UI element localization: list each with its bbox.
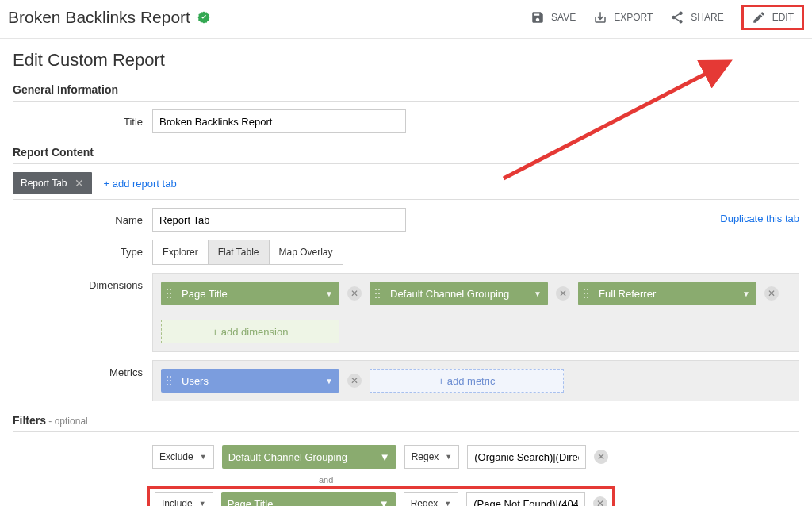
name-label: Name bbox=[13, 208, 152, 226]
svg-point-8 bbox=[378, 289, 380, 290]
add-dimension-button[interactable]: + add dimension bbox=[161, 320, 339, 343]
dimensions-panel: Page Title ▼ ✕ Default Channel Grouping … bbox=[152, 273, 799, 352]
filter-field-select[interactable]: Default Channel Grouping▼ bbox=[222, 445, 396, 469]
chevron-down-icon: ▼ bbox=[444, 500, 451, 506]
export-label: EXPORT bbox=[614, 12, 653, 23]
section-general-info: General Information bbox=[13, 83, 799, 96]
dimensions-label: Dimensions bbox=[13, 273, 152, 291]
edit-label: EDIT bbox=[772, 12, 794, 23]
svg-point-6 bbox=[170, 297, 171, 298]
chevron-down-icon: ▼ bbox=[325, 377, 333, 385]
svg-point-10 bbox=[378, 293, 380, 294]
svg-point-1 bbox=[167, 289, 168, 290]
svg-point-16 bbox=[587, 293, 588, 294]
section-filters: Filters - optional bbox=[13, 414, 799, 427]
svg-point-18 bbox=[587, 297, 588, 298]
dimension-chip-page-title[interactable]: Page Title ▼ bbox=[161, 282, 339, 305]
save-label: SAVE bbox=[551, 12, 576, 23]
svg-point-13 bbox=[584, 289, 585, 290]
svg-point-21 bbox=[167, 380, 168, 381]
filter-row: Exclude▼ Default Channel Grouping▼ Regex… bbox=[152, 440, 799, 473]
filter-match-select[interactable]: Regex▼ bbox=[404, 445, 460, 469]
remove-dimension-button[interactable]: ✕ bbox=[764, 286, 779, 301]
close-icon[interactable]: ✕ bbox=[75, 177, 84, 190]
filter-row-highlight: Include▼ Page Title▼ Regex▼ ✕ bbox=[147, 486, 615, 506]
section-report-content: Report Content bbox=[13, 146, 799, 159]
duplicate-tab-link[interactable]: Duplicate this tab bbox=[720, 213, 799, 224]
type-option-group: Explorer Flat Table Map Overlay bbox=[152, 240, 343, 265]
chevron-down-icon: ▼ bbox=[445, 453, 452, 461]
chevron-down-icon: ▼ bbox=[200, 453, 207, 461]
add-report-tab[interactable]: + add report tab bbox=[103, 178, 176, 190]
metrics-label: Metrics bbox=[13, 360, 152, 378]
svg-point-17 bbox=[584, 297, 585, 298]
chevron-down-icon: ▼ bbox=[380, 451, 390, 463]
filter-value-input[interactable] bbox=[466, 492, 585, 506]
filter-mode-select[interactable]: Include▼ bbox=[155, 492, 213, 506]
metric-chip-users[interactable]: Users ▼ bbox=[161, 369, 339, 393]
filter-field-select[interactable]: Page Title▼ bbox=[221, 492, 396, 506]
add-metric-button[interactable]: + add metric bbox=[370, 369, 564, 393]
type-option-flat-table[interactable]: Flat Table bbox=[209, 240, 270, 264]
svg-point-11 bbox=[375, 297, 377, 298]
remove-dimension-button[interactable]: ✕ bbox=[556, 286, 570, 301]
tab-name-input[interactable] bbox=[152, 208, 406, 232]
type-label: Type bbox=[13, 240, 152, 258]
svg-point-4 bbox=[170, 293, 171, 294]
svg-point-20 bbox=[170, 376, 171, 378]
grip-icon bbox=[374, 288, 381, 299]
report-tab-label: Report Tab bbox=[21, 178, 67, 189]
svg-point-15 bbox=[584, 293, 585, 294]
remove-filter-button[interactable]: ✕ bbox=[594, 450, 608, 464]
report-title: Broken Backlinks Report bbox=[8, 8, 190, 27]
chevron-down-icon: ▼ bbox=[199, 500, 206, 506]
verified-icon bbox=[197, 10, 211, 25]
report-tab-pill[interactable]: Report Tab ✕ bbox=[13, 172, 92, 194]
svg-point-19 bbox=[167, 376, 168, 378]
save-button[interactable]: SAVE bbox=[530, 10, 576, 25]
edit-button[interactable]: EDIT bbox=[752, 10, 794, 25]
filter-mode-select[interactable]: Exclude▼ bbox=[152, 445, 214, 469]
chevron-down-icon: ▼ bbox=[742, 289, 750, 298]
remove-dimension-button[interactable]: ✕ bbox=[347, 286, 362, 301]
share-label: SHARE bbox=[691, 12, 723, 23]
edit-button-highlight: EDIT bbox=[741, 5, 804, 30]
share-button[interactable]: SHARE bbox=[670, 10, 723, 25]
svg-point-5 bbox=[167, 297, 168, 298]
remove-metric-button[interactable]: ✕ bbox=[347, 374, 362, 388]
svg-point-14 bbox=[587, 289, 588, 290]
title-label: Title bbox=[13, 109, 152, 128]
grip-icon bbox=[583, 288, 589, 299]
remove-filter-button[interactable]: ✕ bbox=[593, 496, 607, 506]
type-option-map-overlay[interactable]: Map Overlay bbox=[270, 240, 343, 264]
export-button[interactable]: EXPORT bbox=[593, 10, 653, 25]
chevron-down-icon: ▼ bbox=[325, 289, 333, 298]
svg-point-23 bbox=[167, 384, 168, 385]
metrics-panel: Users ▼ ✕ + add metric bbox=[152, 360, 799, 401]
svg-point-7 bbox=[375, 289, 377, 290]
filter-match-select[interactable]: Regex▼ bbox=[404, 492, 459, 506]
filter-and-label: and bbox=[319, 473, 799, 486]
svg-point-12 bbox=[378, 297, 380, 298]
page-title: Edit Custom Report bbox=[13, 50, 799, 71]
optional-label: - optional bbox=[46, 416, 88, 427]
filter-value-input[interactable] bbox=[467, 445, 586, 469]
svg-point-9 bbox=[375, 293, 377, 294]
dimension-chip-full-referrer[interactable]: Full Referrer ▼ bbox=[578, 282, 756, 305]
svg-point-24 bbox=[170, 384, 171, 385]
type-option-explorer[interactable]: Explorer bbox=[153, 240, 209, 264]
dimension-chip-default-channel[interactable]: Default Channel Grouping ▼ bbox=[370, 282, 548, 305]
chevron-down-icon: ▼ bbox=[534, 289, 542, 298]
grip-icon bbox=[166, 288, 172, 299]
svg-point-22 bbox=[170, 380, 171, 381]
chevron-down-icon: ▼ bbox=[379, 498, 389, 507]
grip-icon bbox=[166, 375, 172, 386]
svg-point-2 bbox=[170, 289, 171, 290]
svg-point-3 bbox=[167, 293, 168, 294]
title-input[interactable] bbox=[152, 109, 406, 133]
